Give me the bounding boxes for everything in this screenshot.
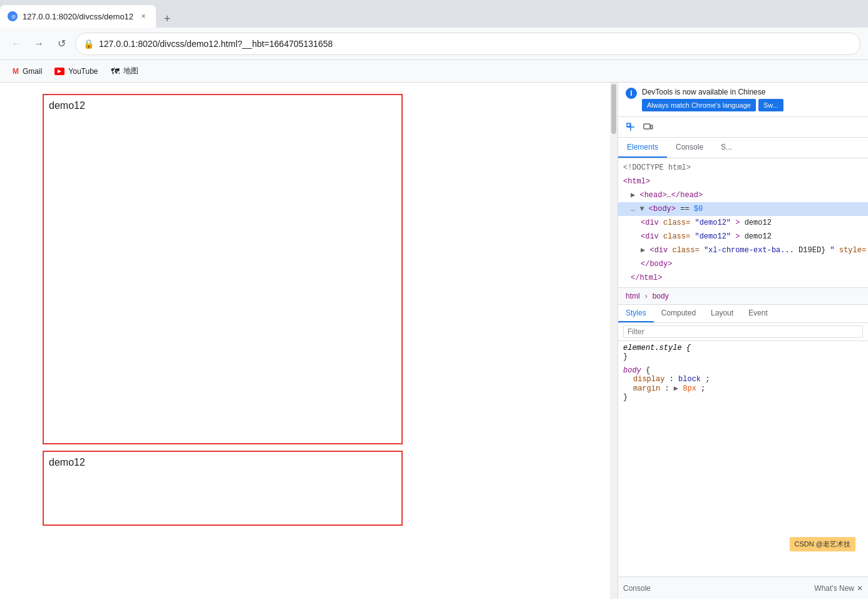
dom-html-close[interactable]: </html> [618, 271, 868, 285]
dom-tree: <!DOCTYPE html> <html> ▶ <head>…</head> … [618, 158, 868, 287]
notification-content: DevTools is now available in Chinese Alw… [642, 88, 783, 111]
url-bar[interactable]: 🔒 127.0.0.1:8020/divcss/demo12.html?__hb… [75, 33, 860, 55]
demo-box-1-label: demo12 [49, 100, 85, 111]
css-element-closing-brace: } [623, 352, 628, 361]
css-element-style-closing: } [623, 352, 863, 361]
css-margin-semi: ; [701, 384, 705, 393]
address-bar: ← → ↺ 🔒 127.0.0.1:8020/divcss/demo12.htm… [0, 28, 868, 60]
bookmark-gmail[interactable]: M Gmail [8, 64, 47, 78]
dom-html[interactable]: <html> [618, 175, 868, 188]
back-button[interactable]: ← [8, 35, 25, 53]
tab-styles[interactable]: Styles [618, 305, 654, 322]
scroll-thumb[interactable] [611, 84, 616, 134]
div1-text: demo12 [745, 218, 772, 227]
tab-close-button[interactable]: × [138, 11, 148, 21]
ext-triangle[interactable]: ▶ [641, 246, 645, 255]
css-margin-arrow[interactable]: ▶ [674, 384, 678, 393]
css-display-value: block [678, 375, 701, 384]
switch-button[interactable]: Sw... [758, 99, 783, 111]
dom-body-close[interactable]: </body> [618, 257, 868, 271]
css-display-semi: ; [705, 375, 710, 384]
dom-body[interactable]: … ▼ <body> == $0 [618, 202, 868, 216]
tab-event[interactable]: Event [741, 305, 775, 322]
css-margin-name: margin [633, 384, 660, 393]
dom-div-1[interactable]: <div class= "demo12" > demo12 [618, 216, 868, 230]
dom-head[interactable]: ▶ <head>…</head> [618, 188, 868, 202]
reload-button[interactable]: ↺ [53, 35, 70, 53]
active-tab[interactable]: @ 127.0.0.1:8020/divcss/demo12 × [0, 5, 156, 28]
forward-button[interactable]: → [30, 35, 48, 53]
css-body-block: body { display : block ; margin : [623, 366, 863, 402]
bookmark-youtube-label: YouTube [68, 67, 98, 76]
notification-text: DevTools is now available in Chinese [642, 88, 783, 96]
csdn-watermark: CSDN @老艺术技 [790, 537, 855, 551]
svg-rect-6 [651, 125, 653, 129]
ext-style-attr: " [830, 246, 835, 255]
tab-title: 127.0.0.1:8020/divcss/demo12 [23, 12, 133, 21]
tab-bar: @ 127.0.0.1:8020/divcss/demo12 × + [0, 0, 868, 28]
bookmarks-bar: M Gmail YouTube 🗺 地图 [0, 60, 868, 83]
dom-div-ext[interactable]: ▶ <div class= "xl-chrome-ext-ba... D19ED… [618, 243, 868, 257]
tab-sources[interactable]: S... [712, 138, 741, 158]
css-display-colon: : [669, 375, 678, 384]
url-text: 127.0.0.1:8020/divcss/demo12.html?__hbt=… [99, 39, 852, 49]
html-close-tag: </html> [631, 274, 662, 282]
breadcrumb-separator: › [645, 292, 648, 300]
tab-computed[interactable]: Computed [654, 305, 703, 322]
css-body-open-brace: { [646, 366, 650, 375]
dom-doctype[interactable]: <!DOCTYPE html> [618, 161, 868, 175]
forward-icon: → [34, 38, 44, 49]
css-display-name: display [633, 375, 664, 384]
ext-class-attr: class= [672, 246, 699, 255]
tab-favicon: @ [8, 11, 18, 21]
ext-style-name: style= [839, 246, 866, 255]
console-bottom-tab[interactable]: Console [623, 584, 651, 593]
div1-class-attr: class= [663, 218, 690, 227]
bookmark-youtube[interactable]: YouTube [49, 64, 103, 78]
ext-tag: <div [649, 246, 672, 255]
breadcrumb-body[interactable]: body [650, 290, 671, 302]
tab-elements[interactable]: Elements [618, 138, 667, 158]
doctype-text: <!DOCTYPE html> [623, 163, 691, 172]
div2-tag: <div [641, 232, 663, 241]
filter-bar [618, 323, 868, 341]
styles-panel: Styles Computed Layout Event [618, 305, 868, 576]
back-icon: ← [11, 38, 21, 49]
div1-class-value: "demo12" [695, 218, 731, 227]
div2-close: > [735, 232, 740, 241]
info-icon: i [626, 88, 637, 99]
device-toggle-button[interactable] [641, 120, 656, 135]
whats-new-close[interactable]: ✕ [857, 584, 863, 593]
dom-div-2[interactable]: <div class= "demo12" > demo12 [618, 230, 868, 243]
youtube-icon [54, 68, 65, 75]
watermark-area: CSDN @老艺术技 [618, 545, 868, 576]
filter-input[interactable] [623, 325, 863, 338]
ellipsis: … [631, 205, 639, 213]
whats-new-label[interactable]: What's New [814, 584, 854, 593]
css-body-selector: body [623, 366, 646, 375]
css-element-style-selector: element.style { [623, 344, 863, 352]
tab-console[interactable]: Console [667, 138, 712, 158]
css-body-margin: margin : ▶ 8px ; [623, 384, 863, 393]
tab-layout[interactable]: Layout [703, 305, 741, 322]
bookmark-maps[interactable]: 🗺 地图 [106, 63, 143, 79]
body-tag: <body> [649, 205, 676, 213]
breadcrumb-html[interactable]: html [623, 290, 643, 302]
main-area: demo12 demo12 i DevTools is now availabl… [0, 83, 868, 599]
styles-content: element.style { } body { display [618, 341, 868, 545]
svg-rect-2 [627, 123, 630, 126]
body-triangle[interactable]: ▼ [639, 205, 644, 213]
page-content: demo12 demo12 [0, 83, 617, 599]
new-tab-button[interactable]: + [158, 10, 176, 28]
body-equals: == [680, 205, 694, 213]
inspect-element-button[interactable] [623, 120, 638, 135]
notification-buttons: Always match Chrome's language Sw... [642, 99, 783, 111]
page-scrollbar[interactable] [610, 83, 617, 599]
head-triangle[interactable]: ▶ [631, 191, 635, 200]
ext-class-value: "xl-chrome-ext-ba... [704, 246, 794, 255]
devtools-toolbar [618, 117, 868, 138]
devtools-breadcrumb: html › body [618, 287, 868, 305]
div1-close: > [735, 218, 740, 227]
match-language-button[interactable]: Always match Chrome's language [642, 99, 756, 111]
demo-box-2-label: demo12 [49, 457, 85, 468]
